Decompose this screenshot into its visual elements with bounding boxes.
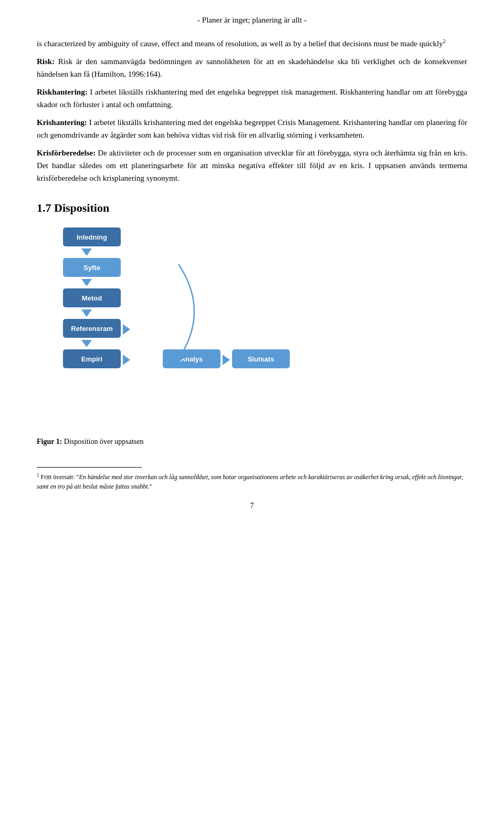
krisforberedelse-text: De aktiviteter och de processer som en o… [37, 149, 467, 182]
arrow-down-3 [81, 309, 92, 317]
footnote: 2 Fritt översatt: "En händelse med stor … [37, 472, 467, 491]
risk-text: Risk är den sammanvägda bedömningen av s… [37, 57, 467, 78]
arrow-down-2 [81, 279, 92, 286]
arrow-down-1 [81, 248, 92, 256]
header-title: - Planer är inget; planering är allt - [197, 16, 307, 24]
intro-text: is characterized by ambiguity of cause, … [37, 39, 443, 48]
arrow-down-4 [81, 340, 92, 347]
box-slutsats: Slutsats [232, 349, 290, 368]
footnote-italic: En händelse med stor inverkan och låg sa… [37, 473, 463, 490]
page-number: 7 [37, 502, 467, 510]
footnote-number: 2 [37, 472, 39, 478]
krishantering-label: Krishantering: [37, 118, 87, 127]
figure-text: Disposition över uppsatsen [62, 438, 143, 446]
krisforberedelse-paragraph: Krisförberedelse: De aktiviteter och de … [37, 147, 467, 184]
riskhantering-text: I arbetet likställs riskhantering med de… [88, 88, 338, 96]
footnote-after: . [148, 483, 150, 490]
figure-label: Figur 1: [37, 438, 62, 446]
section-title: Disposition [54, 201, 109, 214]
krisforberedelse-label: Krisförberedelse: [37, 149, 96, 157]
riskhantering-paragraph: Riskhantering: I arbetet likställs riskh… [37, 86, 467, 111]
krishantering-paragraph: Krishantering: I arbetet likställs krish… [37, 116, 467, 141]
page-header: - Planer är inget; planering är allt - [37, 16, 467, 25]
page: - Planer är inget; planering är allt - i… [0, 0, 504, 818]
section-number: 1.7 [37, 201, 51, 214]
risk-paragraph: Risk: Risk är den sammanvägda bedömninge… [37, 55, 467, 80]
disposition-diagram: Inledning Syfte Metod Referensram Empiri… [52, 227, 315, 427]
intro-paragraph: is characterized by ambiguity of cause, … [37, 37, 467, 50]
risk-label: Risk: [37, 57, 55, 66]
footnote-divider [37, 467, 142, 468]
arrow-right-analys-slutsats [223, 355, 230, 365]
figure-caption: Figur 1: Disposition över uppsatsen [37, 438, 467, 446]
krishantering-text: I arbetet likställs krishantering med de… [87, 118, 341, 127]
riskhantering-label: Riskhantering: [37, 88, 88, 96]
curved-arrow-svg [94, 243, 200, 369]
section-heading: 1.7 Disposition [37, 201, 467, 215]
footnote-ref: 2 [443, 38, 446, 44]
